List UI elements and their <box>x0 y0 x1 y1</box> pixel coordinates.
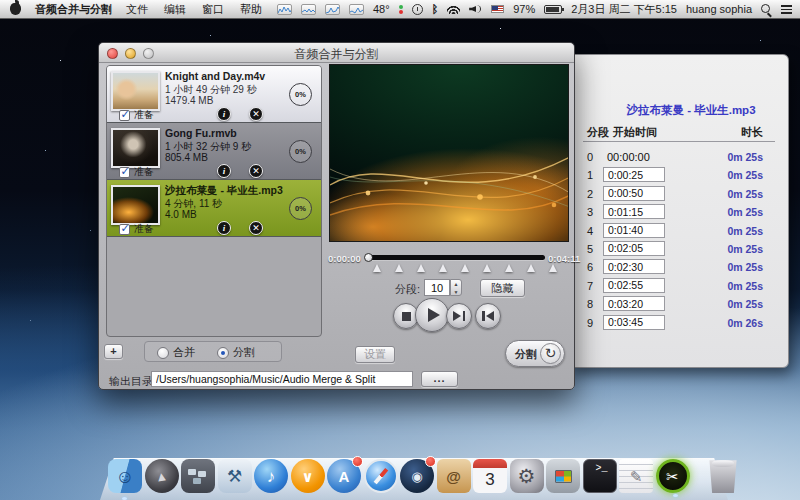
segment-count-value[interactable]: 10 <box>424 279 450 296</box>
segment-marker-triangle[interactable] <box>373 264 381 272</box>
input-language-flag-icon[interactable] <box>491 5 504 13</box>
dock-audio-merge-split-icon[interactable]: ✂ <box>656 459 690 493</box>
merge-label[interactable]: 合并 <box>173 345 195 360</box>
segment-start-input[interactable] <box>603 223 665 238</box>
segment-start-input[interactable] <box>603 186 665 201</box>
memory-graph-widget[interactable] <box>301 4 316 15</box>
info-button[interactable]: i <box>217 107 231 121</box>
segment-start-input[interactable] <box>603 259 665 274</box>
stepper-arrows-icon[interactable]: ▲▼ <box>450 279 462 296</box>
ready-label: 准备 <box>134 108 154 122</box>
segment-row: 90m 26s <box>571 314 788 332</box>
segment-rows: 000:00:000m 25s10m 25s20m 25s30m 25s40m … <box>571 148 788 332</box>
segment-count-stepper[interactable]: 10 ▲▼ <box>424 279 462 296</box>
finder-glyph: ☺ <box>115 467 134 486</box>
segment-marker-triangle[interactable] <box>483 264 491 272</box>
segment-start-input[interactable] <box>603 204 665 219</box>
segment-marker-triangle[interactable] <box>417 264 425 272</box>
dock-ibooks-icon[interactable]: ∨ <box>291 459 325 493</box>
dock-itunes-icon[interactable]: ♪ <box>254 459 288 493</box>
add-file-button[interactable]: + <box>104 344 123 359</box>
segment-start-input[interactable] <box>603 315 665 330</box>
segment-index: 7 <box>587 280 601 292</box>
menubar-datetime[interactable]: 2月3日 周二 下午5:15 <box>571 2 677 17</box>
list-item[interactable]: Gong Fu.rmvb 1 小时 32 分钟 9 秒 805.4 MB 准备 … <box>107 123 321 180</box>
volume-icon[interactable] <box>469 4 482 14</box>
timeline-handle[interactable] <box>364 253 373 262</box>
cpu-graph-widget[interactable] <box>277 4 292 15</box>
segment-start-input[interactable] <box>603 278 665 293</box>
segment-marker-triangle[interactable] <box>549 264 557 272</box>
segment-marker-triangle[interactable] <box>395 264 403 272</box>
segment-start-input[interactable] <box>603 296 665 311</box>
status-dots-icon[interactable] <box>399 5 403 14</box>
split-label[interactable]: 分割 <box>233 345 255 360</box>
bluetooth-icon[interactable]: ᛒ <box>432 3 439 15</box>
dock-camera-icon[interactable]: ◉ <box>400 459 434 493</box>
apple-menu-icon[interactable] <box>10 3 21 15</box>
dock-appstore-icon[interactable]: A <box>327 459 361 493</box>
ready-checkbox[interactable] <box>119 110 130 121</box>
dock-mission-control-icon[interactable] <box>181 459 215 493</box>
segment-duration: 0m 26s <box>671 317 763 329</box>
split-action-button[interactable]: 分割 ↻ <box>505 340 565 367</box>
dock-xcode-icon[interactable]: ⚒ <box>218 459 252 493</box>
disk-graph-widget[interactable] <box>325 4 340 15</box>
network-graph-widget[interactable] <box>349 4 364 15</box>
info-button[interactable]: i <box>217 164 231 178</box>
segment-duration: 0m 25s <box>671 206 763 218</box>
next-segment-button[interactable] <box>446 303 472 329</box>
remove-file-button[interactable]: ✕ <box>249 221 263 235</box>
wifi-icon[interactable] <box>447 5 460 14</box>
split-radio[interactable] <box>217 347 229 359</box>
ready-checkbox[interactable] <box>119 224 130 235</box>
segment-marker-triangle[interactable] <box>461 264 469 272</box>
segment-start-input[interactable] <box>603 167 665 182</box>
menubar-username[interactable]: huang sophia <box>686 3 752 15</box>
output-dir-input[interactable] <box>151 371 413 387</box>
menu-帮助[interactable]: 帮助 <box>240 2 262 17</box>
list-item[interactable]: Knight and Day.m4v 1 小时 49 分钟 29 秒 1479.… <box>107 66 321 123</box>
remove-file-button[interactable]: ✕ <box>249 164 263 178</box>
dock-system-preferences-icon[interactable]: ⚙ <box>510 459 544 493</box>
dock-trash-icon[interactable] <box>706 459 740 493</box>
hide-button[interactable]: 隐藏 <box>480 279 525 297</box>
browse-button[interactable]: ... <box>421 371 458 387</box>
dock-terminal-icon[interactable]: >_ <box>583 459 617 493</box>
previous-segment-button[interactable] <box>475 303 501 329</box>
spotlight-search-icon[interactable] <box>761 4 772 15</box>
merge-radio[interactable] <box>157 347 169 359</box>
segment-index: 6 <box>587 261 601 273</box>
ready-checkbox[interactable] <box>119 167 130 178</box>
dock-textedit-icon[interactable]: ✎ <box>619 459 653 493</box>
menu-窗口[interactable]: 窗口 <box>202 2 224 17</box>
segment-duration: 0m 25s <box>671 298 763 310</box>
settings-button[interactable]: 设置 <box>355 346 395 363</box>
segment-index: 4 <box>587 225 601 237</box>
timeline-slider[interactable] <box>366 255 545 260</box>
segment-marker-triangle[interactable] <box>527 264 535 272</box>
clock-icon[interactable] <box>412 4 423 15</box>
dock-safari-icon[interactable] <box>364 459 398 493</box>
dock-finder-icon[interactable]: ☺ <box>108 459 142 493</box>
list-item-selected[interactable]: 沙拉布莱曼 - 毕业生.mp3 4 分钟, 11 秒 4.0 MB 准备 i ✕… <box>107 180 321 237</box>
dock-contacts-icon[interactable]: @ <box>437 459 471 493</box>
remove-file-button[interactable]: ✕ <box>249 107 263 121</box>
battery-icon[interactable] <box>544 5 562 14</box>
notification-center-icon[interactable] <box>781 5 792 14</box>
segment-duration: 0m 25s <box>671 243 763 255</box>
info-button[interactable]: i <box>217 221 231 235</box>
temperature-widget[interactable]: 48° <box>373 3 390 15</box>
segment-marker-triangle[interactable] <box>439 264 447 272</box>
window-titlebar[interactable]: 音频合并与分割 <box>99 43 574 63</box>
menubar-app-name[interactable]: 音频合并与分割 <box>35 2 112 17</box>
play-button[interactable] <box>415 298 449 332</box>
segment-index: 3 <box>587 206 601 218</box>
menu-编辑[interactable]: 编辑 <box>164 2 186 17</box>
menu-文件[interactable]: 文件 <box>126 2 148 17</box>
dock-launchpad-icon[interactable]: ▲ <box>145 459 179 493</box>
dock-remote-desktop-icon[interactable] <box>546 459 580 493</box>
dock-calendar-icon[interactable]: 3 <box>473 459 507 493</box>
segment-marker-triangle[interactable] <box>505 264 513 272</box>
segment-start-input[interactable] <box>603 241 665 256</box>
